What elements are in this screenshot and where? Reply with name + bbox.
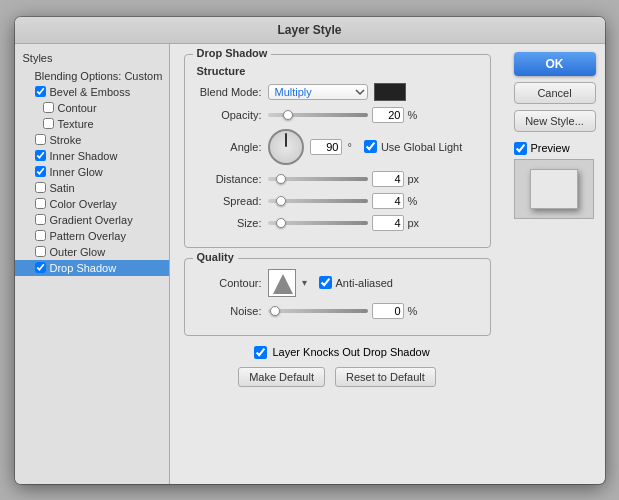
angle-input[interactable] — [310, 139, 342, 155]
inner-glow-checkbox[interactable] — [35, 166, 46, 177]
sidebar-item-gradient-overlay[interactable]: Gradient Overlay — [15, 212, 169, 228]
satin-label: Satin — [50, 182, 75, 194]
angle-dial[interactable] — [268, 129, 304, 165]
spread-unit: % — [408, 195, 418, 207]
spread-input[interactable] — [372, 193, 404, 209]
spread-row: Spread: % — [197, 193, 478, 209]
contour-thumbnail[interactable] — [268, 269, 296, 297]
layer-knocks-label: Layer Knocks Out Drop Shadow — [273, 346, 430, 358]
size-slider-track[interactable] — [268, 221, 368, 225]
angle-row: Angle: ° Use Global Light — [197, 129, 478, 165]
dial-needle — [285, 133, 287, 147]
svg-marker-0 — [273, 274, 293, 294]
spread-label: Spread: — [197, 195, 262, 207]
gradient-overlay-checkbox[interactable] — [35, 214, 46, 225]
preview-checkbox[interactable] — [514, 142, 527, 155]
structure-title: Structure — [197, 65, 478, 77]
sidebar-item-texture[interactable]: Texture — [15, 116, 169, 132]
contour-expand-icon: ▾ — [302, 277, 307, 288]
main-panel: Drop Shadow Structure Blend Mode: Multip… — [170, 44, 505, 484]
noise-slider-track[interactable] — [268, 309, 368, 313]
distance-slider-thumb[interactable] — [276, 174, 286, 184]
sidebar-item-bevel-emboss[interactable]: Bevel & Emboss — [15, 84, 169, 100]
global-light-checkbox[interactable] — [364, 140, 377, 153]
sidebar-item-outer-glow[interactable]: Outer Glow — [15, 244, 169, 260]
noise-input[interactable] — [372, 303, 404, 319]
distance-label: Distance: — [197, 173, 262, 185]
opacity-label: Opacity: — [197, 109, 262, 121]
distance-slider-row: px — [268, 171, 420, 187]
inner-shadow-checkbox[interactable] — [35, 150, 46, 161]
layer-knocks-checkbox[interactable] — [254, 346, 267, 359]
opacity-slider-row: % — [268, 107, 418, 123]
outer-glow-checkbox[interactable] — [35, 246, 46, 257]
opacity-slider-track[interactable] — [268, 113, 368, 117]
gradient-overlay-label: Gradient Overlay — [50, 214, 133, 226]
layer-style-dialog: Layer Style Styles Blending Options: Cus… — [15, 17, 605, 484]
sidebar-item-stroke[interactable]: Stroke — [15, 132, 169, 148]
make-default-button[interactable]: Make Default — [238, 367, 325, 387]
sidebar-item-pattern-overlay[interactable]: Pattern Overlay — [15, 228, 169, 244]
layer-knocks-row: Layer Knocks Out Drop Shadow — [254, 346, 491, 359]
size-row: Size: px — [197, 215, 478, 231]
noise-slider-row: % — [268, 303, 418, 319]
sidebar-item-inner-glow[interactable]: Inner Glow — [15, 164, 169, 180]
size-label: Size: — [197, 217, 262, 229]
preview-section: Preview — [514, 142, 596, 219]
dialog-title: Layer Style — [15, 17, 605, 44]
preview-label: Preview — [531, 142, 570, 154]
preview-inner — [530, 169, 578, 209]
noise-unit: % — [408, 305, 418, 317]
pattern-overlay-label: Pattern Overlay — [50, 230, 126, 242]
reset-to-default-button[interactable]: Reset to Default — [335, 367, 436, 387]
global-light-label: Use Global Light — [381, 141, 462, 153]
sidebar-item-color-overlay[interactable]: Color Overlay — [15, 196, 169, 212]
styles-header: Styles — [15, 48, 169, 68]
sidebar-item-satin[interactable]: Satin — [15, 180, 169, 196]
anti-aliased-label: Anti-aliased — [336, 277, 393, 289]
drop-shadow-checkbox[interactable] — [35, 262, 46, 273]
drop-shadow-label: Drop Shadow — [50, 262, 117, 274]
preview-box — [514, 159, 594, 219]
color-overlay-label: Color Overlay — [50, 198, 117, 210]
opacity-unit: % — [408, 109, 418, 121]
noise-slider-thumb[interactable] — [270, 306, 280, 316]
cancel-button[interactable]: Cancel — [514, 82, 596, 104]
stroke-label: Stroke — [50, 134, 82, 146]
sidebar-item-contour[interactable]: Contour — [15, 100, 169, 116]
satin-checkbox[interactable] — [35, 182, 46, 193]
anti-aliased-row: Anti-aliased — [319, 276, 393, 289]
opacity-slider-thumb[interactable] — [283, 110, 293, 120]
anti-aliased-checkbox[interactable] — [319, 276, 332, 289]
blend-mode-row: Blend Mode: Multiply Normal Screen — [197, 83, 478, 101]
contour-checkbox[interactable] — [43, 102, 54, 113]
color-overlay-checkbox[interactable] — [35, 198, 46, 209]
noise-row: Noise: % — [197, 303, 478, 319]
quality-section: Quality Contour: ▾ Anti-aliased — [184, 258, 491, 336]
spread-slider-thumb[interactable] — [276, 196, 286, 206]
section-title: Drop Shadow — [193, 47, 272, 59]
distance-input[interactable] — [372, 171, 404, 187]
sidebar-item-inner-shadow[interactable]: Inner Shadow — [15, 148, 169, 164]
shadow-color-swatch[interactable] — [374, 83, 406, 101]
opacity-input[interactable] — [372, 107, 404, 123]
size-input[interactable] — [372, 215, 404, 231]
distance-slider-track[interactable] — [268, 177, 368, 181]
angle-unit: ° — [348, 141, 352, 153]
bevel-emboss-checkbox[interactable] — [35, 86, 46, 97]
pattern-overlay-checkbox[interactable] — [35, 230, 46, 241]
blend-mode-label: Blend Mode: — [197, 86, 262, 98]
contour-label: Contour — [58, 102, 97, 114]
new-style-button[interactable]: New Style... — [514, 110, 596, 132]
texture-checkbox[interactable] — [43, 118, 54, 129]
global-light-row: Use Global Light — [364, 140, 462, 153]
stroke-checkbox[interactable] — [35, 134, 46, 145]
outer-glow-label: Outer Glow — [50, 246, 106, 258]
sidebar-blending-options[interactable]: Blending Options: Custom — [15, 68, 169, 84]
spread-slider-track[interactable] — [268, 199, 368, 203]
sidebar-item-drop-shadow[interactable]: Drop Shadow — [15, 260, 169, 276]
inner-shadow-label: Inner Shadow — [50, 150, 118, 162]
blend-mode-select[interactable]: Multiply Normal Screen — [268, 84, 368, 100]
size-slider-thumb[interactable] — [276, 218, 286, 228]
ok-button[interactable]: OK — [514, 52, 596, 76]
